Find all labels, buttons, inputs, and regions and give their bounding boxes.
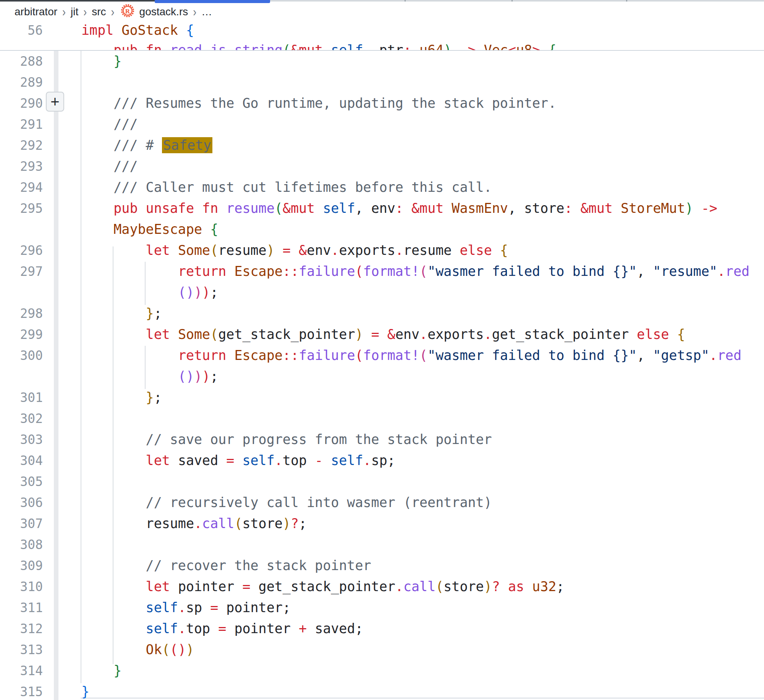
code-token: [81, 369, 178, 384]
breadcrumb-item-arbitrator[interactable]: arbitrator: [15, 6, 57, 18]
code-token: self: [146, 621, 178, 636]
code-token: call: [403, 579, 435, 594]
line-number[interactable]: 306: [0, 492, 43, 513]
code-token: self: [331, 453, 363, 468]
code-line-content: };: [81, 387, 162, 408]
code-token: ): [283, 516, 291, 531]
line-number[interactable]: 292: [0, 135, 43, 156]
line-number[interactable]: 311: [0, 597, 43, 618]
code-line-content: let saved = self.top - self.sp;: [81, 450, 395, 471]
line-number[interactable]: 312: [0, 618, 43, 639]
code-token: ): [202, 285, 210, 300]
line-number[interactable]: 301: [0, 387, 43, 408]
code-token: .: [709, 348, 717, 363]
chevron-right-icon: ›: [193, 5, 196, 19]
breadcrumb-item-src[interactable]: src: [92, 6, 106, 18]
code-token: :: [564, 201, 572, 216]
line-number[interactable]: 313: [0, 639, 43, 660]
window-top-strip: [0, 0, 764, 3]
code-token: get_stack_pointer: [259, 579, 395, 594]
code-line: 311 self.sp = pointer;: [0, 597, 764, 618]
code-token: .: [395, 579, 403, 594]
line-number: [0, 282, 43, 303]
code-token: /// #: [113, 138, 162, 153]
line-number[interactable]: 307: [0, 513, 43, 534]
breadcrumb-item-file[interactable]: gostack.rs: [139, 6, 188, 18]
line-number[interactable]: 290: [0, 93, 43, 114]
code-token: "wasmer failed to bind {}": [427, 264, 637, 279]
line-number[interactable]: 298: [0, 303, 43, 324]
code-token: ): [267, 243, 275, 258]
code-token: ): [186, 642, 194, 657]
line-number[interactable]: 291: [0, 114, 43, 135]
code-token: ;: [387, 453, 395, 468]
line-number[interactable]: 56: [0, 20, 43, 41]
code-token: // recursively call into wasmer (reentra…: [146, 495, 492, 510]
code-token: [403, 201, 411, 216]
code-token: ::: [283, 264, 299, 279]
line-number[interactable]: 297: [0, 261, 43, 282]
line-number: [0, 40, 43, 51]
line-number[interactable]: 315: [0, 681, 43, 700]
code-token: (: [210, 327, 218, 342]
code-token: ): [685, 201, 693, 216]
line-number[interactable]: 296: [0, 240, 43, 261]
code-token: ->: [460, 42, 476, 51]
code-token: top: [186, 621, 218, 636]
line-number[interactable]: 300: [0, 345, 43, 366]
code-token: u8: [516, 42, 532, 51]
code-line-content: /// # Safety: [81, 135, 212, 156]
breadcrumb-item-symbol-ellipsis[interactable]: …: [201, 6, 212, 18]
line-number[interactable]: 309: [0, 555, 43, 576]
line-number[interactable]: 304: [0, 450, 43, 471]
code-token: [81, 285, 178, 300]
code-token: // save our progress from the stack poin…: [146, 432, 492, 447]
code-token: "wasmer failed to bind {}": [427, 348, 637, 363]
code-token: "resume": [653, 264, 717, 279]
code-token: ?: [492, 579, 500, 594]
line-number[interactable]: 308: [0, 534, 43, 555]
code-token: sp: [371, 453, 387, 468]
code-line: 307 resume.call(store)?;: [0, 513, 764, 534]
line-number[interactable]: 288: [0, 51, 43, 72]
code-token: let: [146, 327, 178, 342]
line-number[interactable]: 310: [0, 576, 43, 597]
line-number[interactable]: 314: [0, 660, 43, 681]
code-line-content: }: [81, 51, 121, 72]
code-line: 288 }: [0, 51, 764, 72]
code-token: StoreMut: [621, 201, 685, 216]
code-token: env: [395, 327, 419, 342]
code-token: ///: [113, 159, 138, 174]
code-token: self: [242, 453, 274, 468]
code-token: [379, 327, 387, 342]
code-line: 295 pub unsafe fn resume(&mut self, env:…: [0, 198, 764, 219]
line-number[interactable]: 302: [0, 408, 43, 429]
code-line: 304 let saved = self.top - self.sp;: [0, 450, 764, 471]
line-number[interactable]: 295: [0, 198, 43, 219]
breadcrumb-item-jit[interactable]: jit: [71, 6, 78, 18]
code-token: =: [218, 621, 226, 636]
line-number[interactable]: 293: [0, 156, 43, 177]
code-token: [291, 243, 299, 258]
line-number[interactable]: 289: [0, 72, 43, 93]
line-number[interactable]: 299: [0, 324, 43, 345]
line-number[interactable]: 305: [0, 471, 43, 492]
breadcrumb: arbitrator › jit › src › R gostack.rs › …: [0, 3, 764, 21]
code-line: 294 /// Caller must cut lifetimes before…: [0, 177, 764, 198]
code-line-wrap: ()));: [0, 366, 764, 387]
code-line-content: pub fn read_js_string(&mut self, ptr: u6…: [81, 40, 556, 51]
code-token: .: [331, 243, 339, 258]
code-line: 305: [0, 471, 764, 492]
code-token: [81, 600, 146, 615]
code-token: {: [677, 327, 685, 342]
add-line-comment-button[interactable]: +: [46, 92, 64, 112]
code-line-content: ///: [81, 156, 138, 177]
code-token: Vec: [484, 42, 508, 51]
code-token: MaybeEscape: [113, 222, 210, 237]
line-number[interactable]: 303: [0, 429, 43, 450]
code-line-wrap: MaybeEscape {: [0, 219, 764, 240]
code-token: [81, 621, 146, 636]
code-token: ?: [291, 516, 299, 531]
line-number[interactable]: 294: [0, 177, 43, 198]
code-token: ;: [355, 621, 363, 636]
